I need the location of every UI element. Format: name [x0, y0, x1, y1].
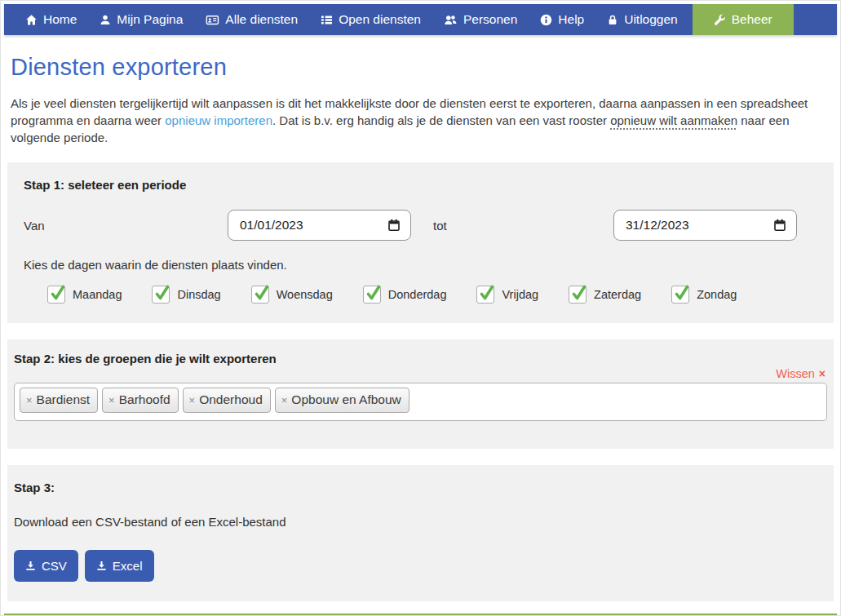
csv-download-button[interactable]: CSV [14, 550, 78, 582]
tag-remove-icon[interactable]: × [108, 394, 115, 406]
tag-label: Opbouw en Afbouw [291, 392, 401, 407]
page-title: Diensten exporteren [11, 54, 830, 81]
tag-bardienst[interactable]: × Bardienst [20, 388, 98, 413]
nav-item-label: Home [43, 12, 77, 27]
nav-item-open-diensten[interactable]: Open diensten [309, 4, 432, 35]
nav-item-label: Uitloggen [624, 12, 678, 27]
day-label: Zaterdag [594, 288, 641, 301]
nav-item-uitloggen[interactable]: Uitloggen [595, 4, 689, 35]
download-buttons: CSV Excel [14, 550, 827, 582]
download-icon [25, 561, 36, 571]
top-navbar: Home Mijn Pagina Alle diensten Open dien… [4, 4, 837, 35]
nav-item-label: Beheer [732, 12, 772, 27]
groups-multiselect[interactable]: × Bardienst × Barhoofd × Onderhoud × Opb… [14, 383, 827, 421]
checkbox-checked-icon[interactable] [363, 286, 381, 304]
period-row: Van 01/01/2023 tot 31/12/2023 [24, 210, 817, 241]
checkbox-checked-icon[interactable] [251, 286, 269, 304]
day-label: Vrijdag [502, 288, 538, 301]
csv-button-label: CSV [42, 559, 67, 573]
user-icon [100, 14, 111, 26]
day-label: Woensdag [277, 288, 333, 301]
checkbox-checked-icon[interactable] [47, 286, 65, 304]
checkbox-checked-icon[interactable] [671, 286, 689, 304]
checkbox-checked-icon[interactable] [476, 286, 494, 304]
day-checkbox-zondag[interactable]: Zondag [671, 286, 737, 304]
day-checkbox-woensdag[interactable]: Woensdag [251, 286, 333, 304]
opnieuw-aanmaken-term: opnieuw wilt aanmaken [610, 113, 737, 127]
day-checkbox-donderdag[interactable]: Donderdag [363, 286, 447, 304]
nav-item-label: Alle diensten [225, 12, 298, 27]
day-checkbox-maandag[interactable]: Maandag [47, 286, 122, 304]
clear-x-icon: × [819, 367, 826, 380]
nav-item-label: Mijn Pagina [117, 12, 183, 27]
download-icon [96, 561, 107, 571]
checkbox-checked-icon[interactable] [152, 286, 170, 304]
wissen-clear-link[interactable]: Wissen × [776, 367, 827, 380]
tag-onderhoud[interactable]: × Onderhoud [183, 388, 271, 413]
step1-heading: Stap 1: seleteer een periode [24, 178, 817, 192]
step1-section: Stap 1: seleteer een periode Van 01/01/2… [7, 162, 834, 323]
day-checkbox-zaterdag[interactable]: Zaterdag [569, 286, 641, 304]
nav-item-help[interactable]: Help [529, 4, 595, 35]
intro-text: . Dat is b.v. erg handig als je de diens… [272, 113, 610, 127]
day-label: Donderdag [388, 288, 447, 301]
excel-button-label: Excel [113, 559, 143, 573]
opnieuw-importeren-link[interactable]: opnieuw importeren [165, 113, 272, 127]
download-description: Download een CSV-bestand of een Excel-be… [14, 515, 827, 529]
nav-item-home[interactable]: Home [14, 4, 88, 35]
from-date-label: Van [24, 219, 228, 233]
wissen-label: Wissen [776, 367, 815, 380]
to-date-value: 31/12/2023 [626, 218, 689, 233]
page-content: Diensten exporteren Als je veel diensten… [1, 54, 840, 601]
info-icon [540, 14, 552, 26]
from-date-input[interactable]: 01/01/2023 [228, 210, 411, 241]
nav-item-label: Personen [463, 12, 517, 27]
day-label: Dinsdag [177, 288, 220, 301]
users-icon [444, 14, 458, 26]
tag-remove-icon[interactable]: × [26, 394, 33, 406]
day-checkbox-dinsdag[interactable]: Dinsdag [152, 286, 220, 304]
tag-remove-icon[interactable]: × [189, 394, 196, 406]
lock-icon [607, 14, 618, 26]
to-date-label: tot [411, 219, 613, 233]
calendar-icon[interactable] [773, 219, 786, 232]
days-row: Maandag Dinsdag Woensdag Donderdag Vrijd… [47, 286, 817, 304]
nav-item-label: Open diensten [339, 12, 421, 27]
step3-heading: Stap 3: [14, 481, 827, 494]
to-date-input[interactable]: 31/12/2023 [613, 210, 797, 241]
tag-remove-icon[interactable]: × [281, 394, 288, 406]
tag-label: Barhoofd [119, 392, 170, 407]
tag-label: Bardienst [37, 392, 90, 407]
checkbox-checked-icon[interactable] [569, 286, 586, 304]
tag-opbouw-en-afbouw[interactable]: × Opbouw en Afbouw [275, 388, 409, 413]
excel-download-button[interactable]: Excel [85, 550, 154, 582]
nav-item-personen[interactable]: Personen [432, 4, 529, 35]
day-label: Maandag [73, 288, 122, 301]
tag-label: Onderhoud [199, 392, 263, 407]
day-checkbox-vrijdag[interactable]: Vrijdag [476, 286, 538, 304]
from-date-value: 01/01/2023 [240, 218, 303, 233]
step3-section: Stap 3: Download een CSV-bestand of een … [7, 465, 834, 601]
nav-item-label: Help [558, 12, 584, 27]
wrench-icon [714, 14, 726, 26]
step2-heading: Stap 2: kies de groepen die je wilt expo… [14, 352, 827, 366]
intro-paragraph: Als je veel diensten tergelijkertijd wil… [11, 95, 826, 146]
days-prompt: Kies de dagen waarin de diensten plaats … [24, 258, 817, 272]
nav-item-mijn-pagina[interactable]: Mijn Pagina [88, 4, 194, 35]
tag-barhoofd[interactable]: × Barhoofd [102, 388, 179, 413]
clear-row: Wissen × [14, 367, 827, 380]
step2-section: Stap 2: kies de groepen die je wilt expo… [7, 339, 834, 449]
day-label: Zondag [697, 288, 737, 301]
home-icon [25, 14, 38, 26]
nav-item-alle-diensten[interactable]: Alle diensten [194, 4, 309, 35]
id-card-icon [206, 14, 219, 26]
list-icon [321, 14, 333, 26]
nav-item-beheer[interactable]: Beheer [693, 4, 794, 35]
calendar-icon[interactable] [387, 219, 401, 232]
